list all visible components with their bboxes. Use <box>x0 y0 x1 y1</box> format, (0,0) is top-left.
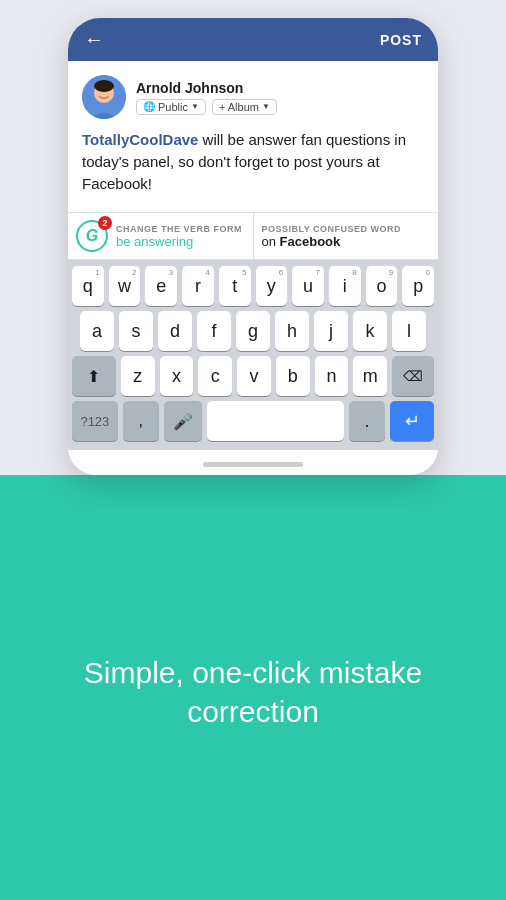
chevron-down-icon-2: ▼ <box>262 102 270 111</box>
suggestion-bold: Facebook <box>280 234 341 249</box>
key-v[interactable]: v <box>237 356 271 396</box>
suggestion-value-word: on Facebook <box>262 234 402 249</box>
keyboard: 1q 2w 3e 4r 5t 6y 7u 8i 9o 0p a s d f g … <box>68 260 438 450</box>
key-o[interactable]: 9o <box>366 266 398 306</box>
suggestion-item-verb[interactable]: G 2 CHANGE THE VERB FORM be answering <box>68 213 254 259</box>
delete-key[interactable]: ⌫ <box>392 356 434 396</box>
key-y[interactable]: 6y <box>256 266 288 306</box>
user-controls: 🌐 Public ▼ + Album ▼ <box>136 99 277 115</box>
user-row: Arnold Johnson 🌐 Public ▼ + Album ▼ <box>82 75 424 119</box>
suggestion-prefix: on <box>262 234 276 249</box>
key-a[interactable]: a <box>80 311 114 351</box>
suggestion-label-word: POSSIBLY CONFUSED WORD <box>262 224 402 234</box>
grammarly-icon: G 2 <box>76 220 108 252</box>
suggestion-item-word[interactable]: POSSIBLY CONFUSED WORD on Facebook <box>254 213 439 259</box>
key-b[interactable]: b <box>276 356 310 396</box>
post-button[interactable]: POST <box>380 32 422 48</box>
numbers-key[interactable]: ?123 <box>72 401 118 441</box>
badge-count: 2 <box>98 216 112 230</box>
privacy-pill[interactable]: 🌐 Public ▼ <box>136 99 206 115</box>
key-s[interactable]: s <box>119 311 153 351</box>
phone-frame: ← POST <box>68 18 438 475</box>
top-background: ← POST <box>0 0 506 475</box>
key-d[interactable]: d <box>158 311 192 351</box>
mention-tag: TotallyCoolDave <box>82 131 198 148</box>
chevron-down-icon: ▼ <box>191 102 199 111</box>
key-z[interactable]: z <box>121 356 155 396</box>
shift-key[interactable]: ⬆ <box>72 356 116 396</box>
home-indicator <box>68 450 438 475</box>
key-x[interactable]: x <box>160 356 194 396</box>
album-label: + Album <box>219 101 259 113</box>
key-m[interactable]: m <box>353 356 387 396</box>
suggestion-label-verb: CHANGE THE VERB FORM <box>116 224 242 234</box>
suggestion-value-verb: be answering <box>116 234 242 249</box>
key-r[interactable]: 4r <box>182 266 214 306</box>
avatar <box>82 75 126 119</box>
suggestion-text-verb: CHANGE THE VERB FORM be answering <box>116 224 242 249</box>
post-composer: Arnold Johnson 🌐 Public ▼ + Album ▼ <box>68 61 438 212</box>
key-k[interactable]: k <box>353 311 387 351</box>
keyboard-row-4: ?123 , 🎤 . ↵ <box>72 401 434 441</box>
key-n[interactable]: n <box>315 356 349 396</box>
globe-icon: 🌐 <box>143 101 155 112</box>
keyboard-row-3: ⬆ z x c v b n m ⌫ <box>72 356 434 396</box>
key-w[interactable]: 2w <box>109 266 141 306</box>
post-text-area: TotallyCoolDave will be answer fan quest… <box>82 129 424 202</box>
svg-point-3 <box>94 80 114 92</box>
bottom-tagline: Simple, one-click mistake correction <box>0 475 506 900</box>
key-t[interactable]: 5t <box>219 266 251 306</box>
return-key[interactable]: ↵ <box>390 401 434 441</box>
space-key[interactable] <box>207 401 344 441</box>
comma-key[interactable]: , <box>123 401 159 441</box>
keyboard-row-1: 1q 2w 3e 4r 5t 6y 7u 8i 9o 0p <box>72 266 434 306</box>
key-i[interactable]: 8i <box>329 266 361 306</box>
suggestion-bar: G 2 CHANGE THE VERB FORM be answering PO… <box>68 212 438 260</box>
user-name: Arnold Johnson <box>136 80 277 96</box>
keyboard-row-2: a s d f g h j k l <box>72 311 434 351</box>
key-e[interactable]: 3e <box>145 266 177 306</box>
key-f[interactable]: f <box>197 311 231 351</box>
privacy-label: Public <box>158 101 188 113</box>
microphone-key[interactable]: 🎤 <box>164 401 202 441</box>
album-pill[interactable]: + Album ▼ <box>212 99 277 115</box>
back-button[interactable]: ← <box>84 28 104 51</box>
key-q[interactable]: 1q <box>72 266 104 306</box>
suggestion-text-word: POSSIBLY CONFUSED WORD on Facebook <box>262 224 402 249</box>
period-key[interactable]: . <box>349 401 385 441</box>
facebook-header: ← POST <box>68 18 438 61</box>
key-j[interactable]: j <box>314 311 348 351</box>
key-u[interactable]: 7u <box>292 266 324 306</box>
key-g[interactable]: g <box>236 311 270 351</box>
key-c[interactable]: c <box>198 356 232 396</box>
key-l[interactable]: l <box>392 311 426 351</box>
user-info: Arnold Johnson 🌐 Public ▼ + Album ▼ <box>136 80 277 115</box>
key-p[interactable]: 0p <box>402 266 434 306</box>
home-bar <box>203 462 303 467</box>
key-h[interactable]: h <box>275 311 309 351</box>
